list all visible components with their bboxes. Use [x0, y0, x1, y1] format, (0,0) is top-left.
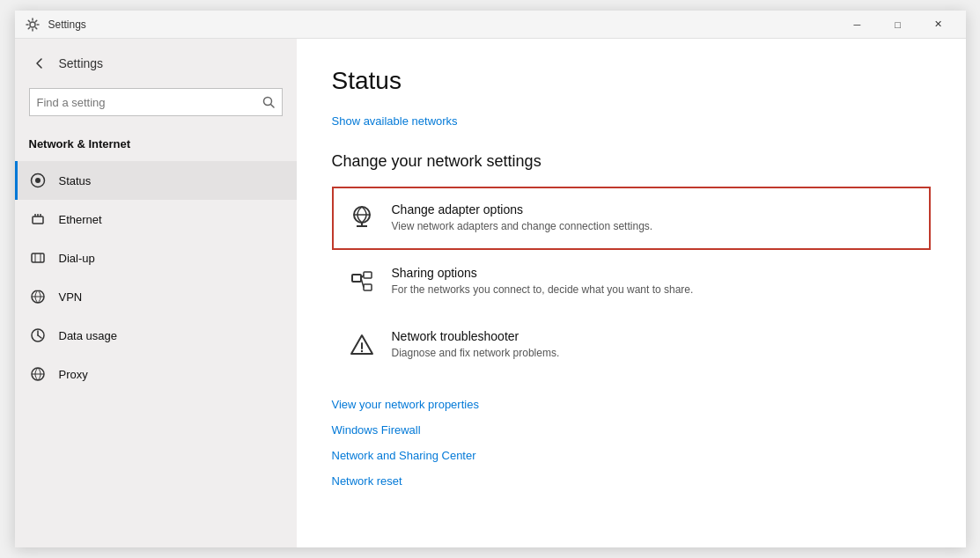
sidebar-app-title: Settings — [59, 56, 104, 70]
sidebar-item-dialup-label: Dial-up — [59, 252, 95, 265]
titlebar: Settings ─ □ ✕ — [15, 11, 966, 39]
titlebar-title: Settings — [48, 18, 86, 31]
back-arrow-icon — [29, 53, 50, 74]
sidebar-back[interactable]: Settings — [15, 39, 297, 81]
sidebar-item-status[interactable]: Status — [15, 161, 297, 200]
troubleshooter-name: Network troubleshooter — [392, 329, 917, 343]
sharing-desc: For the networks you connect to, decide … — [392, 283, 917, 296]
svg-line-24 — [361, 278, 364, 288]
close-button[interactable]: ✕ — [918, 11, 959, 39]
svg-rect-9 — [32, 253, 44, 262]
adapter-text: Change adapter options View network adap… — [392, 202, 917, 232]
network-reset-link[interactable]: Network reset — [332, 474, 931, 488]
sharing-options-item[interactable]: Sharing options For the networks you con… — [332, 250, 931, 313]
settings-window: Settings ─ □ ✕ Settings — [15, 11, 966, 547]
minimize-button[interactable]: ─ — [837, 11, 878, 39]
sharing-text: Sharing options For the networks you con… — [392, 266, 917, 296]
svg-line-2 — [270, 105, 274, 108]
sidebar-item-ethernet-label: Ethernet — [59, 213, 102, 226]
settings-list: Change adapter options View network adap… — [332, 187, 931, 377]
adapter-desc: View network adapters and change connect… — [392, 220, 917, 232]
svg-point-26 — [360, 350, 362, 352]
main-content: Status Show available networks Change yo… — [297, 39, 966, 547]
sharing-icon — [346, 266, 378, 297]
settings-icon — [26, 18, 40, 32]
troubleshooter-text: Network troubleshooter Diagnose and fix … — [392, 329, 917, 359]
sidebar-item-status-label: Status — [59, 174, 92, 187]
sidebar-item-proxy-label: Proxy — [59, 368, 88, 381]
sidebar-item-datausage[interactable]: Data usage — [15, 316, 297, 355]
change-section-title: Change your network settings — [332, 152, 931, 171]
vpn-icon — [29, 288, 47, 305]
sidebar: Settings Network & Internet — [15, 39, 297, 547]
ethernet-icon — [29, 210, 47, 228]
change-adapter-options-item[interactable]: Change adapter options View network adap… — [332, 187, 931, 250]
troubleshooter-item[interactable]: Network troubleshooter Diagnose and fix … — [332, 313, 931, 377]
adapter-name: Change adapter options — [392, 202, 917, 217]
sidebar-item-vpn-label: VPN — [59, 290, 83, 304]
page-title: Status — [332, 67, 931, 95]
svg-rect-5 — [33, 217, 43, 224]
show-networks-link[interactable]: Show available networks — [332, 114, 458, 128]
svg-rect-20 — [352, 275, 361, 282]
network-sharing-center-link[interactable]: Network and Sharing Center — [332, 449, 931, 462]
status-icon — [29, 172, 47, 189]
sidebar-item-proxy[interactable]: Proxy — [15, 355, 297, 393]
sidebar-item-vpn[interactable]: VPN — [15, 277, 297, 316]
view-network-properties-link[interactable]: View your network properties — [332, 398, 931, 411]
search-icon — [262, 96, 275, 108]
troubleshooter-desc: Diagnose and fix network problems. — [392, 347, 917, 359]
sidebar-section-title: Network & Internet — [15, 130, 297, 158]
troubleshooter-icon — [346, 329, 378, 361]
titlebar-controls: ─ □ ✕ — [837, 11, 959, 39]
sidebar-item-ethernet[interactable]: Ethernet — [15, 200, 297, 239]
svg-point-4 — [35, 178, 41, 183]
search-input[interactable] — [37, 96, 262, 109]
svg-point-0 — [30, 22, 35, 27]
bottom-links: View your network properties Windows Fir… — [332, 398, 931, 488]
titlebar-left: Settings — [26, 18, 86, 32]
datausage-icon — [29, 327, 47, 344]
adapter-icon — [346, 202, 378, 234]
content-area: Settings Network & Internet — [15, 39, 966, 547]
search-box[interactable] — [29, 88, 283, 116]
svg-rect-22 — [364, 284, 372, 290]
svg-rect-21 — [364, 272, 372, 278]
dialup-icon — [29, 249, 47, 267]
maximize-button[interactable]: □ — [878, 11, 918, 39]
sidebar-item-dialup[interactable]: Dial-up — [15, 239, 297, 277]
windows-firewall-link[interactable]: Windows Firewall — [332, 423, 931, 437]
sidebar-item-datausage-label: Data usage — [59, 329, 118, 342]
proxy-icon — [29, 365, 47, 383]
sharing-name: Sharing options — [392, 266, 917, 280]
